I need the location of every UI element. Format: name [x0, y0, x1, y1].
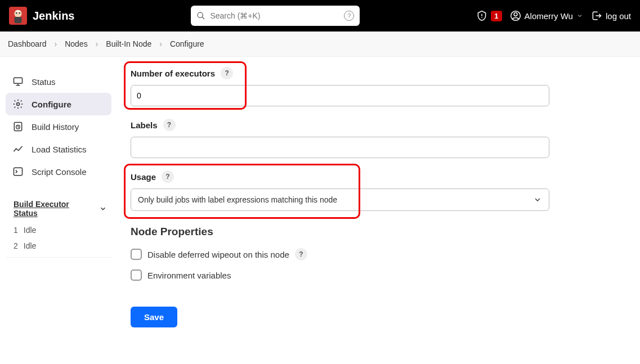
executor-status-header[interactable]: Build Executor Status [6, 194, 111, 222]
svg-point-2 [16, 12, 17, 14]
search-box[interactable]: ? [191, 6, 360, 26]
executor-status: Idle [24, 241, 37, 250]
checkbox-env-vars[interactable]: Environment variables [131, 269, 626, 281]
security-alerts[interactable]: 1 [476, 10, 502, 21]
brand-name: Jenkins [33, 10, 74, 23]
search-icon [196, 11, 205, 20]
svg-rect-1 [14, 17, 21, 23]
svg-point-7 [481, 17, 482, 19]
logout-button[interactable]: log out [591, 10, 631, 21]
help-icon[interactable]: ? [221, 67, 233, 79]
svg-point-3 [19, 12, 20, 14]
terminal-icon [12, 166, 24, 177]
executor-number: 1 [14, 226, 18, 235]
breadcrumb-builtin-node[interactable]: Built-In Node [106, 39, 151, 48]
svg-point-13 [17, 103, 20, 106]
executors-label: Number of executors [131, 69, 215, 78]
executors-input[interactable] [131, 85, 549, 106]
svg-line-5 [202, 17, 204, 19]
breadcrumb: Dashboard › Nodes › Built-In Node › Conf… [0, 32, 640, 57]
checkbox-label: Environment variables [147, 271, 231, 280]
sidebar-item-label: Script Console [32, 167, 87, 177]
svg-point-4 [198, 12, 203, 17]
checkbox-input[interactable] [131, 269, 142, 281]
chevron-right-icon: › [96, 39, 99, 48]
username: Alomerry Wu [525, 11, 573, 21]
usage-select[interactable]: Only build jobs with label expressions m… [131, 188, 549, 211]
sidebar-item-configure[interactable]: Configure [6, 93, 111, 115]
sidebar-item-load-statistics[interactable]: Load Statistics [6, 138, 111, 160]
search-help-icon[interactable]: ? [344, 11, 354, 21]
sidebar-item-build-history[interactable]: Build History [6, 115, 111, 138]
executor-status: Idle [24, 226, 37, 235]
logout-icon [591, 10, 602, 21]
usage-selected-value: Only build jobs with label expressions m… [138, 195, 337, 204]
sidebar-item-label: Configure [32, 100, 71, 109]
labels-input[interactable] [131, 137, 549, 158]
field-labels: Labels ? [131, 119, 626, 158]
sidebar-item-label: Load Statistics [32, 145, 87, 154]
executor-number: 2 [14, 241, 18, 250]
sidebar-item-status[interactable]: Status [6, 70, 111, 93]
svg-point-9 [514, 13, 517, 16]
top-header: Jenkins ? 1 Alomerry Wu log out [0, 0, 640, 32]
breadcrumb-dashboard[interactable]: Dashboard [8, 39, 47, 48]
sidebar-item-label: Build History [32, 122, 79, 132]
checkbox-input[interactable] [131, 249, 142, 260]
history-icon [12, 121, 24, 132]
executor-status-title: Build Executor Status [14, 200, 95, 218]
checkbox-disable-wipeout[interactable]: Disable deferred wipeout on this node ? [131, 248, 626, 260]
brand-logo[interactable]: Jenkins [9, 7, 74, 25]
help-icon[interactable]: ? [295, 248, 307, 260]
field-executors: Number of executors ? [131, 67, 626, 106]
svg-rect-16 [14, 168, 23, 175]
monitor-icon [12, 76, 24, 87]
jenkins-icon [9, 7, 27, 25]
search-wrapper: ? [83, 6, 467, 26]
user-icon [510, 10, 521, 21]
content-area: Status Configure Build History Load Stat… [0, 57, 640, 350]
chart-icon [12, 143, 24, 155]
breadcrumb-configure[interactable]: Configure [170, 39, 204, 48]
divider [6, 257, 111, 258]
gear-icon [12, 98, 24, 110]
sidebar: Status Configure Build History Load Stat… [0, 62, 117, 350]
usage-label: Usage [131, 172, 156, 182]
shield-icon [476, 10, 487, 21]
chevron-down-icon [576, 12, 583, 19]
svg-rect-10 [14, 78, 23, 83]
node-properties-heading: Node Properties [131, 226, 626, 238]
logout-label: log out [606, 11, 631, 21]
checkbox-label: Disable deferred wipeout on this node [147, 250, 289, 259]
chevron-down-icon [99, 205, 107, 213]
help-icon[interactable]: ? [162, 170, 174, 183]
field-usage: Usage ? Only build jobs with label expre… [131, 170, 626, 211]
labels-label: Labels [131, 120, 158, 130]
chevron-right-icon: › [159, 39, 162, 48]
help-icon[interactable]: ? [163, 119, 176, 131]
executor-row: 2 Idle [6, 238, 111, 254]
executor-row: 1 Idle [6, 222, 111, 238]
user-menu[interactable]: Alomerry Wu [510, 10, 583, 21]
main-form: Number of executors ? Labels ? Usage ? O… [117, 62, 640, 350]
chevron-right-icon: › [55, 39, 57, 48]
chevron-down-icon [533, 195, 542, 204]
sidebar-item-script-console[interactable]: Script Console [6, 160, 111, 183]
sidebar-item-label: Status [32, 77, 56, 87]
breadcrumb-nodes[interactable]: Nodes [65, 39, 87, 48]
save-button[interactable]: Save [131, 307, 177, 327]
header-right: 1 Alomerry Wu log out [476, 10, 631, 21]
alert-count-badge: 1 [491, 11, 502, 21]
search-input[interactable] [210, 11, 339, 20]
